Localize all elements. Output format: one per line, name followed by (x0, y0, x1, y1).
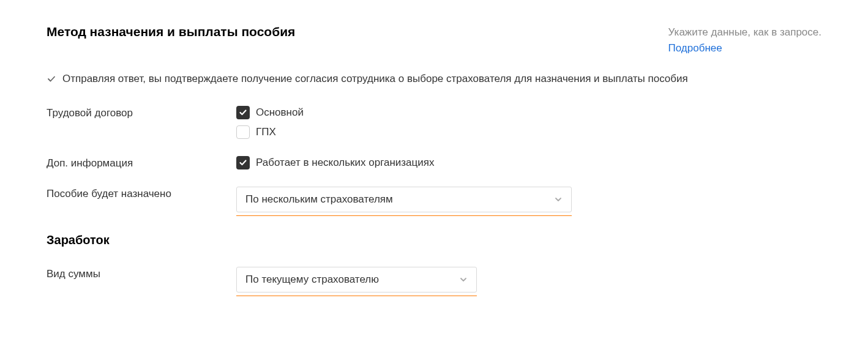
chevron-down-icon (459, 275, 468, 284)
label-assignment: Пособие будет назначено (47, 187, 236, 200)
validation-underline (236, 215, 572, 216)
checkbox-contract-main[interactable] (236, 106, 250, 119)
select-amount-type[interactable]: По текущему страхователю (236, 267, 477, 292)
consent-row: Отправляя ответ, вы подтверждаете получе… (47, 73, 821, 85)
select-assignment[interactable]: По нескольким страхователям (236, 187, 572, 212)
label-addinfo: Доп. информация (47, 156, 236, 169)
select-assignment-value: По нескольким страхователям (245, 193, 393, 206)
validation-underline (236, 295, 477, 296)
section-title-benefit-method: Метод назначения и выплаты пособия (47, 24, 295, 39)
checkbox-label-main: Основной (256, 106, 304, 119)
label-contract: Трудовой договор (47, 106, 236, 119)
label-amount-type: Вид суммы (47, 267, 236, 280)
checkbox-contract-gpx[interactable] (236, 125, 250, 139)
checkbox-label-gpx: ГПХ (256, 126, 276, 138)
select-amount-value: По текущему страхователю (245, 274, 379, 286)
more-link[interactable]: Подробнее (668, 42, 722, 54)
checkbox-multi-org[interactable] (236, 156, 250, 169)
section-title-earnings: Заработок (47, 233, 821, 247)
consent-text: Отправляя ответ, вы подтверждаете получе… (62, 73, 688, 85)
check-icon (47, 74, 56, 84)
hint-text: Укажите данные, как в запросе. (668, 24, 821, 40)
checkbox-label-multi-org: Работает в нескольких организациях (256, 157, 435, 169)
hint-block: Укажите данные, как в запросе. Подробнее (668, 24, 821, 56)
chevron-down-icon (554, 195, 563, 204)
